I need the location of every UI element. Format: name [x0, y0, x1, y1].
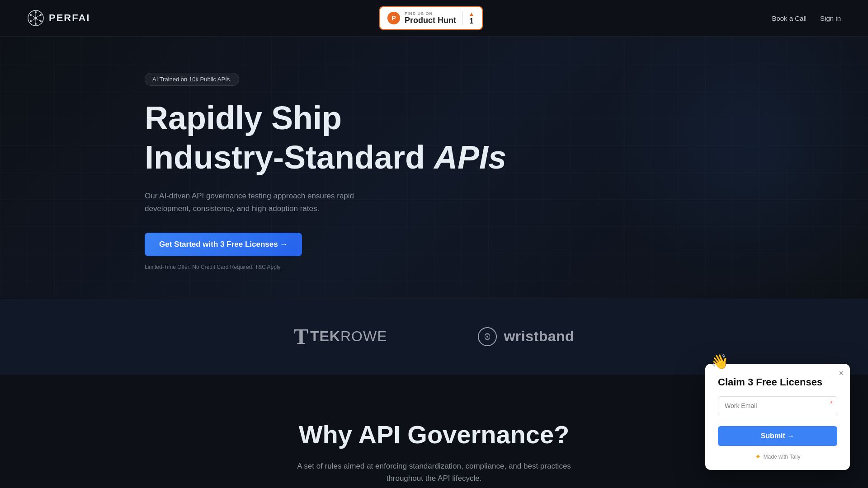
- nav-center: P FIND US ON Product Hunt ▲ 1: [379, 6, 483, 30]
- hero-title-line2-italic: APIs: [434, 139, 506, 175]
- cta-button-label: Get Started with 3 Free Licenses →: [159, 240, 288, 249]
- tekrowe-logo: T TEKROWE: [294, 326, 387, 347]
- hero-section: AI Trained on 10k Public APIs. Rapidly S…: [0, 37, 868, 298]
- required-star-icon: *: [830, 400, 833, 408]
- email-input[interactable]: [718, 396, 837, 415]
- hero-description: Our AI-driven API governance testing app…: [145, 190, 389, 214]
- logo-text: PERFAI: [49, 12, 90, 24]
- popup-card: × Claim 3 Free Licenses * Submit → ✦ Mad…: [705, 364, 850, 470]
- popup-close-button[interactable]: ×: [839, 369, 844, 377]
- popup-footer: ✦ Made with Tally: [718, 452, 837, 461]
- product-hunt-name: Product Hunt: [405, 16, 456, 25]
- logo[interactable]: PERFAI: [27, 9, 90, 27]
- popup-title: Claim 3 Free Licenses: [718, 376, 837, 388]
- logos-section: T TEKROWE wristband: [0, 299, 868, 375]
- hero-badge-text: AI Trained on 10k Public APIs.: [152, 76, 231, 83]
- tekrowe-t-icon: T: [294, 326, 308, 347]
- wristband-logo: wristband: [477, 327, 574, 347]
- product-hunt-text: FIND US ON Product Hunt: [405, 11, 456, 25]
- tekrowe-bold: TEK: [310, 328, 340, 344]
- wristband-name: wristband: [504, 328, 574, 345]
- hero-badge: AI Trained on 10k Public APIs.: [145, 73, 239, 86]
- product-hunt-count: 1: [469, 17, 473, 25]
- tally-star-icon: ✦: [755, 452, 761, 461]
- hero-title-line2-normal: Industry-Standard: [145, 139, 434, 175]
- why-description: A set of rules aimed at enforcing standa…: [289, 460, 579, 484]
- popup-footer-label: Made with Tally: [764, 454, 801, 460]
- product-hunt-vote: ▲ 1: [462, 11, 475, 25]
- email-input-wrapper: *: [718, 396, 837, 421]
- nav-right: Book a Call Sign in: [772, 14, 841, 22]
- wristband-icon: [477, 327, 497, 347]
- perfai-logo-icon: [27, 9, 44, 27]
- svg-point-5: [35, 23, 37, 25]
- svg-line-13: [32, 15, 35, 17]
- popup-overlay: 👋 × Claim 3 Free Licenses * Submit → ✦ M…: [705, 364, 850, 470]
- hero-title-line2: Industry-Standard APIs: [145, 140, 841, 175]
- svg-point-16: [486, 336, 488, 338]
- product-hunt-arrow-icon: ▲: [468, 11, 475, 17]
- book-call-link[interactable]: Book a Call: [772, 14, 807, 22]
- popup-submit-button[interactable]: Submit →: [718, 426, 837, 446]
- product-hunt-badge[interactable]: P FIND US ON Product Hunt ▲ 1: [379, 6, 483, 30]
- svg-point-2: [35, 11, 37, 13]
- hero-title-line1: Rapidly Ship: [145, 100, 841, 136]
- svg-line-10: [37, 19, 40, 21]
- popup-submit-label: Submit →: [761, 432, 795, 440]
- hero-cta-area: Get Started with 3 Free Licenses → Limit…: [145, 233, 841, 271]
- tekrowe-name: TEKROWE: [310, 328, 387, 345]
- svg-line-9: [37, 15, 40, 17]
- sign-in-link[interactable]: Sign in: [820, 14, 841, 22]
- wave-emoji: 👋: [711, 353, 729, 370]
- product-hunt-logo-icon: P: [387, 12, 400, 24]
- svg-line-12: [32, 19, 35, 21]
- cta-disclaimer: Limited-Time Offer! No Credit Card Requi…: [145, 264, 282, 270]
- navbar: PERFAI P FIND US ON Product Hunt ▲ 1 Boo…: [0, 0, 868, 37]
- cta-button[interactable]: Get Started with 3 Free Licenses →: [145, 233, 302, 256]
- tekrowe-light: ROWE: [340, 328, 387, 344]
- product-hunt-find-text: FIND US ON: [405, 11, 456, 16]
